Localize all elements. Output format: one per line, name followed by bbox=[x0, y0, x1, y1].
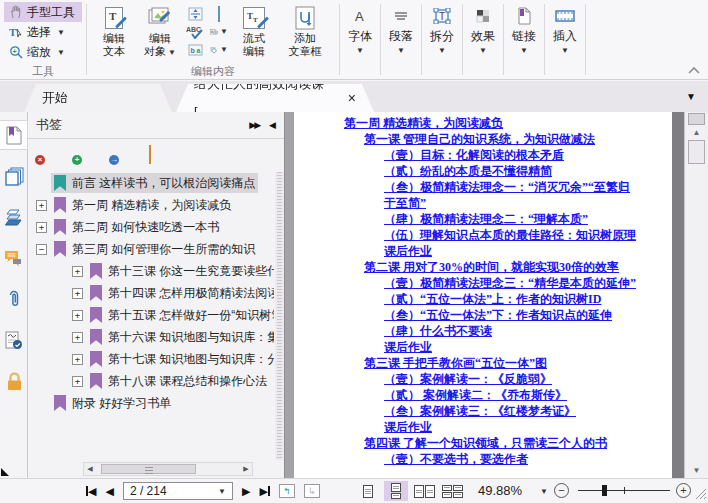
add-article-box-button[interactable]: 添加 文章框 bbox=[277, 2, 333, 58]
hand-tool-button[interactable]: 手型工具 bbox=[4, 2, 82, 22]
toc-link[interactable]: 课后作业 bbox=[384, 340, 432, 354]
zoom-tool-button[interactable]: + 缩放▼ bbox=[4, 42, 82, 62]
select-tool-button[interactable]: T 选择▼ bbox=[4, 22, 82, 42]
toc-link[interactable]: 第一课 管理自己的知识系统，为知识做减法 bbox=[364, 132, 595, 146]
facing-continuous-view-button[interactable] bbox=[440, 481, 464, 501]
zoom-slider-thumb[interactable] bbox=[602, 485, 607, 496]
toc-link[interactable]: （叁）“五位一体法”下：作者知识点的延伸 bbox=[384, 308, 612, 322]
insert-button[interactable]: 插入 ▼ bbox=[545, 0, 585, 79]
image-annotation-icon[interactable]: ▼ bbox=[210, 24, 228, 39]
bookmark-item[interactable]: + 第十五课 怎样做好一份“知识树笔 bbox=[28, 304, 274, 326]
pdf-page[interactable]: 第一周 精选精读，为阅读减负 第一课 管理自己的知识系统，为知识做减法 （壹）目… bbox=[294, 112, 672, 478]
tab-list-dropdown-icon[interactable]: ▼ bbox=[686, 91, 696, 102]
bookmark-item[interactable]: 附录 好好学习书单 bbox=[28, 392, 274, 414]
document-vertical-scrollbar[interactable]: ▲ ▼ bbox=[684, 112, 708, 478]
bookmark-item[interactable]: + 第二周 如何快速吃透一本书 bbox=[28, 216, 274, 238]
effects-button[interactable]: 效果 ▼ bbox=[463, 0, 503, 79]
edit-object-button[interactable]: 编辑 对象▼ bbox=[137, 2, 183, 59]
pages-icon[interactable] bbox=[0, 161, 28, 191]
scroll-left-icon[interactable]: ◀ bbox=[84, 465, 96, 473]
zoom-in-button[interactable]: + bbox=[676, 483, 691, 498]
text-spacing-icon[interactable] bbox=[186, 6, 204, 21]
toc-link[interactable]: （壹）案例解读一：《反脆弱》 bbox=[384, 372, 552, 386]
expander-icon[interactable]: − bbox=[36, 244, 47, 255]
toc-link[interactable]: （贰） 案例解读二：《乔布斯传》 bbox=[384, 388, 567, 402]
first-page-button[interactable]: ◀ bbox=[86, 485, 96, 498]
toc-link[interactable]: 课后作业 bbox=[384, 420, 432, 434]
toc-link[interactable]: （叁）案例解读三：《红楼梦考证》 bbox=[384, 404, 576, 418]
expander-icon[interactable]: + bbox=[72, 266, 83, 277]
toc-link[interactable]: （壹）极简精读法理念三：“精华是本质的延伸” bbox=[384, 276, 636, 290]
zoom-dropdown-icon[interactable]: ▼ bbox=[540, 487, 548, 496]
link-button[interactable]: 链接 ▼ bbox=[504, 0, 544, 79]
panel-corner-arrow-icon[interactable] bbox=[1, 468, 9, 476]
close-tab-icon[interactable]: × bbox=[348, 85, 356, 111]
edit-text-button[interactable]: T 编辑 文本 bbox=[91, 2, 137, 58]
comments-icon[interactable] bbox=[0, 243, 28, 273]
bookmark-item[interactable]: + 第一周 精选精读，为阅读减负 bbox=[28, 194, 274, 216]
goto-bookmark-icon[interactable]: → bbox=[112, 146, 128, 163]
flow-edit-button[interactable]: TT 流式 编辑 bbox=[231, 2, 277, 58]
toc-link[interactable]: 第一周 精选精读，为阅读减负 bbox=[344, 116, 503, 130]
collapse-ribbon-button[interactable] bbox=[688, 67, 700, 75]
toc-link[interactable]: （贰）纷乱的本质是不懂得精简 bbox=[384, 164, 552, 178]
bookmark-item[interactable]: + 第十八课 课程总结和操作心法 bbox=[28, 370, 274, 392]
facing-view-button[interactable] bbox=[412, 481, 436, 501]
page-number-input[interactable]: 2 / 214 ▼ bbox=[123, 482, 233, 500]
scrollbar-thumb[interactable] bbox=[101, 464, 196, 474]
text-cursor-icon[interactable] bbox=[210, 6, 228, 21]
attachments-icon[interactable] bbox=[0, 284, 28, 314]
bookmark-item[interactable]: − 第三周 如何管理你一生所需的知识 bbox=[28, 238, 274, 260]
expander-icon[interactable]: + bbox=[72, 288, 83, 299]
toc-link[interactable]: 第二课 用对了30%的时间，就能实现30倍的效率 bbox=[364, 260, 619, 274]
bookmarks-vertical-scrollbar[interactable] bbox=[275, 172, 284, 460]
previous-view-button[interactable]: ↰ bbox=[279, 484, 295, 498]
toc-link[interactable]: （叁）极简精读法理念一：“消灭冗余”“至繁归 bbox=[384, 180, 630, 194]
expander-icon[interactable]: + bbox=[72, 354, 83, 365]
bookmark-item[interactable]: + 第十三课 你这一生究竟要读些什 bbox=[28, 260, 274, 282]
previous-page-button[interactable]: ◀ bbox=[105, 485, 113, 498]
bookmarks-icon[interactable] bbox=[0, 120, 28, 150]
zoom-slider[interactable] bbox=[578, 490, 670, 491]
security-icon[interactable] bbox=[0, 366, 28, 396]
scroll-up-icon[interactable]: ▲ bbox=[685, 128, 708, 137]
toc-link[interactable]: （壹）目标：化解阅读的根本矛盾 bbox=[384, 148, 564, 162]
panel-splitter[interactable] bbox=[284, 112, 294, 478]
scroll-right-icon[interactable]: ▶ bbox=[240, 465, 252, 473]
zoom-out-button[interactable]: − bbox=[554, 483, 569, 498]
expander-icon[interactable]: + bbox=[72, 332, 83, 343]
scroll-down-icon[interactable]: ▼ bbox=[685, 466, 708, 475]
toc-link[interactable]: 第四课 了解一个知识领域，只需读三个人的书 bbox=[364, 436, 607, 450]
bookmark-item[interactable]: + 第十四课 怎样用极简精读法阅读 bbox=[28, 282, 274, 304]
text-replace-icon[interactable]: ba bbox=[186, 42, 204, 57]
layers-icon[interactable] bbox=[0, 202, 28, 232]
toc-link[interactable]: 课后作业 bbox=[384, 244, 432, 258]
last-page-button[interactable]: ▶ bbox=[259, 485, 269, 498]
bookmark-item[interactable]: + 第十六课 知识地图与知识库：集 bbox=[28, 326, 274, 348]
split-button[interactable]: T 拆分 ▼ bbox=[422, 0, 462, 79]
toc-link[interactable]: 于至简” bbox=[384, 196, 426, 210]
expand-bookmarks-icon[interactable] bbox=[149, 146, 165, 163]
signature-icon[interactable] bbox=[0, 325, 28, 355]
delete-bookmark-icon[interactable]: × bbox=[38, 146, 54, 163]
tab-start[interactable]: 开始 bbox=[24, 84, 172, 112]
toc-link[interactable]: （肆）极简精读法理念二：“理解本质” bbox=[384, 212, 588, 226]
split-view-handle[interactable] bbox=[688, 113, 705, 125]
bookmarks-horizontal-scrollbar[interactable]: ◀ ▶ bbox=[83, 462, 253, 476]
single-page-view-button[interactable] bbox=[356, 481, 380, 501]
toc-link[interactable]: 第三课 手把手教你画“五位一体”图 bbox=[364, 356, 547, 370]
expander-icon[interactable]: + bbox=[36, 222, 47, 233]
expander-icon[interactable]: + bbox=[36, 200, 47, 211]
toc-link[interactable]: （肆）什么书不要读 bbox=[384, 324, 492, 338]
spell-check-icon[interactable]: ABC bbox=[186, 24, 204, 39]
scrollbar-thumb[interactable] bbox=[688, 140, 705, 164]
toc-link[interactable]: （壹）不要选书，要选作者 bbox=[384, 452, 528, 466]
resize-grip[interactable] bbox=[692, 485, 706, 499]
toc-link[interactable]: （贰）“五位一体法”上：作者的知识树ID bbox=[384, 292, 601, 306]
tab-document[interactable]: 给大忙人的高效阅读课[... × bbox=[176, 84, 374, 112]
expander-icon[interactable]: + bbox=[72, 310, 83, 321]
expander-icon[interactable]: + bbox=[72, 376, 83, 387]
paragraph-button[interactable]: 段落 ▼ bbox=[381, 0, 421, 79]
continuous-view-button[interactable] bbox=[384, 481, 408, 501]
bookmark-item[interactable]: 前言 这样读书，可以根治阅读痛点 bbox=[28, 172, 274, 194]
